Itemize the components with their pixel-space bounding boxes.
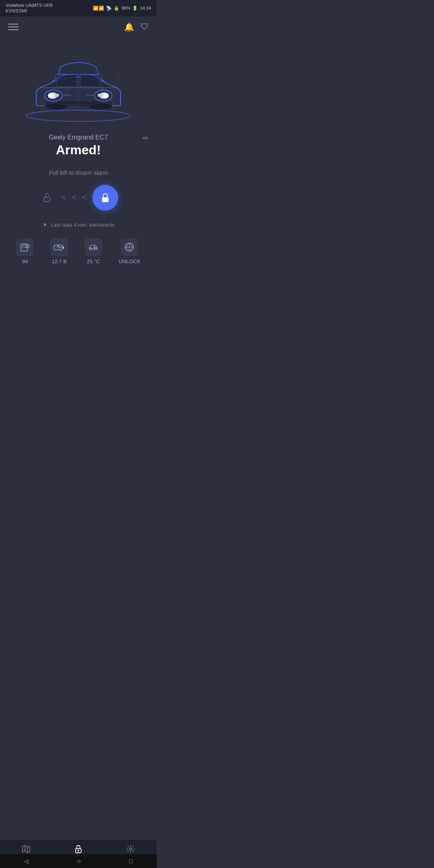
- car-info: ✏ Geely Emgrand EC7 Armed!: [0, 130, 157, 158]
- stat-temperature: 25 °C: [84, 238, 102, 264]
- stat-engine: UNLOCK: [119, 238, 140, 264]
- arm-button[interactable]: [92, 185, 118, 211]
- edit-car-button[interactable]: ✏: [143, 134, 149, 143]
- battery-stat-icon: [50, 238, 68, 256]
- main-content: ✏ Geely Emgrand EC7 Armed! Pull left to …: [0, 37, 157, 325]
- bell-icon: 🔔: [124, 23, 134, 31]
- svg-rect-22: [63, 94, 71, 96]
- lock-status-icon: 🔒: [114, 6, 119, 11]
- svg-point-30: [26, 245, 29, 248]
- svg-point-41: [94, 247, 95, 249]
- arrow-2: <: [72, 193, 76, 202]
- svg-point-12: [49, 94, 53, 98]
- stats-row: 94 12.7 B: [0, 234, 157, 272]
- car-svg: [14, 41, 143, 126]
- svg-rect-33: [62, 246, 64, 249]
- last-data-text: Last data 4 min. backwards: [51, 222, 114, 228]
- notification-button[interactable]: 🔔: [124, 22, 134, 32]
- car-name: Geely Emgrand EC7: [8, 134, 149, 141]
- svg-point-25: [89, 103, 112, 110]
- swipe-hint: Pull left to disarm alarm: [0, 160, 157, 181]
- temp-value: 25 °C: [87, 258, 100, 264]
- engine-icon: [121, 238, 138, 256]
- stat-fuel: 94: [16, 238, 34, 264]
- fuel-icon: [16, 238, 34, 256]
- carrier-info: Vodafone UA|MTS UKR KYIVSTAR: [6, 2, 53, 14]
- data-info: ▼ Last data 4 min. backwards: [0, 219, 157, 234]
- arrow-3: <: [82, 193, 87, 202]
- svg-point-16: [103, 94, 108, 98]
- engine-value: UNLOCK: [119, 258, 140, 264]
- security-shield-button[interactable]: 🛡: [141, 22, 149, 31]
- time: 14:34: [140, 6, 151, 10]
- wifi-signal-icon: ▼: [42, 222, 47, 228]
- car-illustration: [0, 37, 157, 130]
- stat-battery: 12.7 B: [50, 238, 68, 264]
- header: 🔔 🛡: [0, 16, 157, 37]
- signal-icons: 📶📶: [93, 6, 104, 11]
- svg-point-44: [129, 246, 130, 248]
- carrier1: Vodafone UA|MTS UKR: [6, 2, 53, 8]
- battery-percent: 98%: [121, 6, 130, 10]
- svg-point-4: [26, 110, 131, 121]
- svg-rect-29: [22, 245, 26, 248]
- shield-icon: 🛡: [141, 22, 149, 31]
- carrier2: KYIVSTAR: [6, 8, 53, 14]
- status-right: 📶📶 📡 🔒 98% 🔋 14:34: [93, 6, 151, 11]
- menu-button[interactable]: [8, 24, 18, 30]
- svg-rect-23: [86, 94, 94, 96]
- status-bar: Vodafone UA|MTS UKR KYIVSTAR 📶📶 📡 🔒 98% …: [0, 0, 157, 16]
- wifi-icon: 📡: [106, 6, 112, 11]
- svg-rect-26: [44, 197, 50, 202]
- arrow-1: <: [61, 193, 66, 202]
- swipe-control: < < <: [0, 181, 157, 219]
- disarm-icon: [39, 189, 55, 206]
- svg-point-24: [45, 103, 68, 110]
- battery-voltage: 12.7 B: [52, 258, 67, 264]
- battery-icon: 🔋: [132, 6, 138, 11]
- header-icons: 🔔 🛡: [124, 22, 149, 32]
- svg-rect-27: [102, 197, 108, 202]
- fuel-value: 94: [22, 258, 28, 264]
- car-status: Armed!: [8, 143, 149, 158]
- temp-icon: [84, 238, 102, 256]
